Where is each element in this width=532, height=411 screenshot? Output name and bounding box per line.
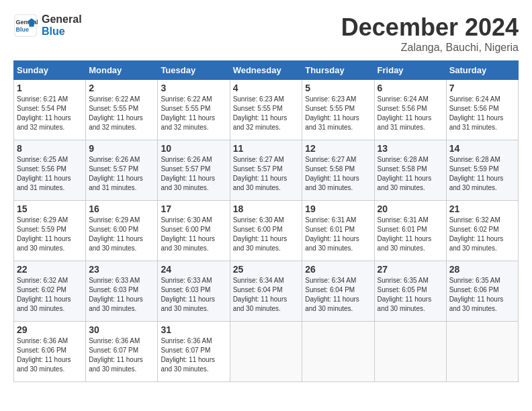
day-number: 26 [305, 264, 371, 275]
calendar-cell: 3Sunrise: 6:22 AM Sunset: 5:55 PM Daylig… [158, 80, 230, 140]
day-number: 22 [17, 264, 83, 275]
calendar-cell: 21Sunrise: 6:32 AM Sunset: 6:02 PM Dayli… [446, 201, 518, 261]
calendar-cell: 29Sunrise: 6:36 AM Sunset: 6:06 PM Dayli… [14, 322, 86, 382]
day-number: 16 [89, 203, 154, 214]
day-info: Sunrise: 6:30 AM Sunset: 6:00 PM Dayligh… [233, 216, 300, 253]
day-number: 6 [378, 83, 443, 93]
svg-text:Blue: Blue [16, 26, 30, 33]
day-info: Sunrise: 6:31 AM Sunset: 6:01 PM Dayligh… [305, 216, 371, 253]
calendar-cell: 12Sunrise: 6:27 AM Sunset: 5:58 PM Dayli… [302, 140, 374, 201]
day-info: Sunrise: 6:36 AM Sunset: 6:07 PM Dayligh… [161, 336, 226, 374]
calendar-cell: 18Sunrise: 6:30 AM Sunset: 6:00 PM Dayli… [230, 201, 302, 261]
calendar-cell: 28Sunrise: 6:35 AM Sunset: 6:06 PM Dayli… [446, 261, 518, 322]
calendar-cell: 26Sunrise: 6:34 AM Sunset: 6:04 PM Dayli… [302, 261, 374, 322]
day-number: 3 [161, 83, 226, 93]
day-info: Sunrise: 6:21 AM Sunset: 5:54 PM Dayligh… [17, 95, 83, 132]
calendar-cell: 2Sunrise: 6:22 AM Sunset: 5:55 PM Daylig… [86, 80, 158, 140]
calendar-title: December 2024 [341, 13, 519, 42]
logo-icon: General Blue [13, 13, 38, 38]
day-number: 9 [89, 143, 154, 154]
day-number: 20 [378, 203, 443, 214]
day-number: 5 [305, 83, 371, 93]
calendar-cell: 7Sunrise: 6:24 AM Sunset: 5:56 PM Daylig… [446, 80, 518, 140]
day-info: Sunrise: 6:28 AM Sunset: 5:58 PM Dayligh… [378, 155, 443, 193]
calendar-cell: 5Sunrise: 6:23 AM Sunset: 5:55 PM Daylig… [302, 80, 374, 140]
day-info: Sunrise: 6:26 AM Sunset: 5:57 PM Dayligh… [161, 155, 226, 193]
day-number: 11 [233, 143, 300, 154]
calendar-cell: 31Sunrise: 6:36 AM Sunset: 6:07 PM Dayli… [158, 322, 230, 382]
day-info: Sunrise: 6:25 AM Sunset: 5:56 PM Dayligh… [17, 155, 83, 193]
day-number: 7 [449, 83, 515, 93]
header-friday: Friday [374, 61, 446, 80]
calendar-cell [302, 322, 374, 382]
calendar-week-4: 29Sunrise: 6:36 AM Sunset: 6:06 PM Dayli… [14, 322, 519, 382]
calendar-cell: 16Sunrise: 6:29 AM Sunset: 6:00 PM Dayli… [86, 201, 158, 261]
day-info: Sunrise: 6:32 AM Sunset: 6:02 PM Dayligh… [449, 216, 515, 253]
day-info: Sunrise: 6:33 AM Sunset: 6:03 PM Dayligh… [89, 276, 154, 314]
day-info: Sunrise: 6:35 AM Sunset: 6:05 PM Dayligh… [378, 276, 443, 314]
day-info: Sunrise: 6:33 AM Sunset: 6:03 PM Dayligh… [161, 276, 226, 314]
calendar-cell: 23Sunrise: 6:33 AM Sunset: 6:03 PM Dayli… [86, 261, 158, 322]
day-number: 10 [161, 143, 226, 154]
calendar-cell [446, 322, 518, 382]
day-info: Sunrise: 6:30 AM Sunset: 6:00 PM Dayligh… [161, 216, 226, 253]
header-thursday: Thursday [302, 61, 374, 80]
header-saturday: Saturday [446, 61, 518, 80]
calendar-cell: 8Sunrise: 6:25 AM Sunset: 5:56 PM Daylig… [14, 140, 86, 201]
calendar-cell: 20Sunrise: 6:31 AM Sunset: 6:01 PM Dayli… [374, 201, 446, 261]
day-number: 30 [89, 324, 154, 335]
calendar-table: Sunday Monday Tuesday Wednesday Thursday… [13, 60, 519, 382]
day-info: Sunrise: 6:32 AM Sunset: 6:02 PM Dayligh… [17, 276, 83, 314]
day-info: Sunrise: 6:26 AM Sunset: 5:57 PM Dayligh… [89, 155, 154, 193]
day-number: 8 [17, 143, 83, 154]
day-number: 25 [233, 264, 300, 275]
day-number: 29 [17, 324, 83, 335]
day-number: 12 [305, 143, 371, 154]
day-number: 14 [449, 143, 515, 154]
day-info: Sunrise: 6:24 AM Sunset: 5:56 PM Dayligh… [378, 95, 443, 132]
day-number: 24 [161, 264, 226, 275]
calendar-cell: 19Sunrise: 6:31 AM Sunset: 6:01 PM Dayli… [302, 201, 374, 261]
day-info: Sunrise: 6:36 AM Sunset: 6:06 PM Dayligh… [17, 336, 83, 374]
day-number: 4 [233, 83, 300, 93]
day-number: 28 [449, 264, 515, 275]
day-number: 31 [161, 324, 226, 335]
day-info: Sunrise: 6:36 AM Sunset: 6:07 PM Dayligh… [89, 336, 154, 374]
day-number: 17 [161, 203, 226, 214]
days-header-row: Sunday Monday Tuesday Wednesday Thursday… [14, 61, 519, 80]
svg-text:General: General [16, 19, 38, 26]
calendar-cell: 27Sunrise: 6:35 AM Sunset: 6:05 PM Dayli… [374, 261, 446, 322]
calendar-cell: 17Sunrise: 6:30 AM Sunset: 6:00 PM Dayli… [158, 201, 230, 261]
day-info: Sunrise: 6:27 AM Sunset: 5:57 PM Dayligh… [233, 155, 300, 193]
calendar-week-0: 1Sunrise: 6:21 AM Sunset: 5:54 PM Daylig… [14, 80, 519, 140]
day-number: 1 [17, 83, 83, 93]
day-info: Sunrise: 6:35 AM Sunset: 6:06 PM Dayligh… [449, 276, 515, 314]
header: General Blue General Blue December 2024 … [13, 13, 519, 54]
day-info: Sunrise: 6:22 AM Sunset: 5:55 PM Dayligh… [89, 95, 154, 132]
day-number: 15 [17, 203, 83, 214]
day-info: Sunrise: 6:28 AM Sunset: 5:59 PM Dayligh… [449, 155, 515, 193]
day-info: Sunrise: 6:24 AM Sunset: 5:56 PM Dayligh… [449, 95, 515, 132]
calendar-cell: 9Sunrise: 6:26 AM Sunset: 5:57 PM Daylig… [86, 140, 158, 201]
day-info: Sunrise: 6:31 AM Sunset: 6:01 PM Dayligh… [378, 216, 443, 253]
day-info: Sunrise: 6:27 AM Sunset: 5:58 PM Dayligh… [305, 155, 371, 193]
header-monday: Monday [86, 61, 158, 80]
calendar-cell: 30Sunrise: 6:36 AM Sunset: 6:07 PM Dayli… [86, 322, 158, 382]
calendar-cell: 22Sunrise: 6:32 AM Sunset: 6:02 PM Dayli… [14, 261, 86, 322]
day-info: Sunrise: 6:29 AM Sunset: 6:00 PM Dayligh… [89, 216, 154, 253]
logo-text: General Blue [42, 13, 82, 38]
day-number: 27 [378, 264, 443, 275]
day-number: 21 [449, 203, 515, 214]
calendar-cell: 14Sunrise: 6:28 AM Sunset: 5:59 PM Dayli… [446, 140, 518, 201]
day-info: Sunrise: 6:34 AM Sunset: 6:04 PM Dayligh… [305, 276, 371, 314]
calendar-cell: 6Sunrise: 6:24 AM Sunset: 5:56 PM Daylig… [374, 80, 446, 140]
logo: General Blue General Blue [13, 13, 82, 38]
calendar-week-3: 22Sunrise: 6:32 AM Sunset: 6:02 PM Dayli… [14, 261, 519, 322]
calendar-cell: 15Sunrise: 6:29 AM Sunset: 5:59 PM Dayli… [14, 201, 86, 261]
calendar-cell: 1Sunrise: 6:21 AM Sunset: 5:54 PM Daylig… [14, 80, 86, 140]
day-number: 23 [89, 264, 154, 275]
day-info: Sunrise: 6:29 AM Sunset: 5:59 PM Dayligh… [17, 216, 83, 253]
day-info: Sunrise: 6:22 AM Sunset: 5:55 PM Dayligh… [161, 95, 226, 132]
calendar-cell: 13Sunrise: 6:28 AM Sunset: 5:58 PM Dayli… [374, 140, 446, 201]
calendar-cell: 10Sunrise: 6:26 AM Sunset: 5:57 PM Dayli… [158, 140, 230, 201]
